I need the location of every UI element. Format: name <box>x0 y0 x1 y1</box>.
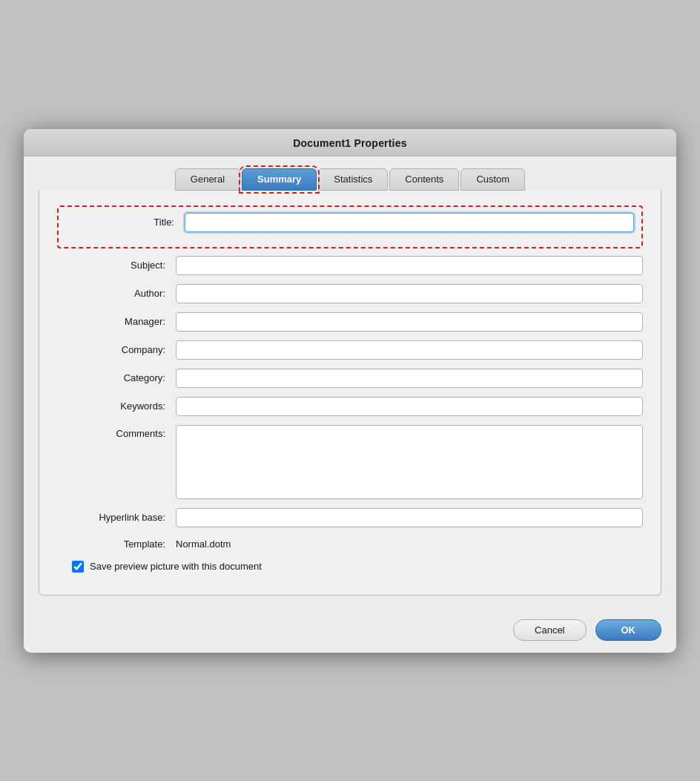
keywords-input[interactable] <box>176 397 643 416</box>
subject-label: Subject: <box>57 260 176 271</box>
hyperlink-base-input[interactable] <box>176 508 643 527</box>
hyperlink-base-row: Hyperlink base: <box>57 508 643 527</box>
save-preview-label[interactable]: Save preview picture with this document <box>90 561 262 572</box>
template-value: Normal.dotm <box>176 536 231 552</box>
title-input[interactable] <box>185 213 634 232</box>
tab-general[interactable]: General <box>175 168 240 191</box>
manager-row: Manager: <box>57 312 643 332</box>
dialog-footer: Cancel OK <box>24 610 676 653</box>
subject-input[interactable] <box>176 256 643 275</box>
author-input[interactable] <box>176 284 643 303</box>
tab-bar: General Summary Statistics Contents Cust… <box>39 168 661 191</box>
hyperlink-base-label: Hyperlink base: <box>57 512 176 523</box>
company-row: Company: <box>57 340 643 360</box>
company-label: Company: <box>57 344 176 355</box>
tab-summary[interactable]: Summary <box>242 168 317 191</box>
subject-row: Subject: <box>57 256 643 275</box>
category-label: Category: <box>57 372 176 383</box>
company-input[interactable] <box>176 340 643 360</box>
comments-input[interactable] <box>176 425 643 499</box>
title-label: Title: <box>66 217 185 228</box>
save-preview-row: Save preview picture with this document <box>72 561 643 573</box>
author-row: Author: <box>57 284 643 303</box>
template-label: Template: <box>57 538 176 550</box>
category-row: Category: <box>57 369 643 388</box>
template-row: Template: Normal.dotm <box>57 536 643 552</box>
title-bar: Document1 Properties <box>24 129 676 156</box>
author-label: Author: <box>57 288 176 299</box>
summary-panel: Title: Subject: Author: Manager: <box>39 191 661 596</box>
dialog-content: General Summary Statistics Contents Cust… <box>24 156 676 610</box>
tab-contents[interactable]: Contents <box>389 168 459 191</box>
dialog-window: Document1 Properties General Summary Sta… <box>24 129 676 653</box>
tab-statistics[interactable]: Statistics <box>318 168 388 191</box>
category-input[interactable] <box>176 369 643 388</box>
keywords-row: Keywords: <box>57 397 643 416</box>
cancel-button[interactable]: Cancel <box>513 619 586 641</box>
manager-label: Manager: <box>57 316 176 327</box>
save-preview-checkbox[interactable] <box>72 561 84 573</box>
ok-button[interactable]: OK <box>595 619 662 641</box>
title-row-highlight: Title: <box>57 205 643 248</box>
comments-label: Comments: <box>57 425 176 439</box>
tab-custom[interactable]: Custom <box>460 168 525 191</box>
comments-row: Comments: <box>57 425 643 499</box>
manager-input[interactable] <box>176 312 643 332</box>
title-row: Title: <box>66 213 634 232</box>
dialog-title: Document1 Properties <box>293 137 406 149</box>
keywords-label: Keywords: <box>57 401 176 412</box>
